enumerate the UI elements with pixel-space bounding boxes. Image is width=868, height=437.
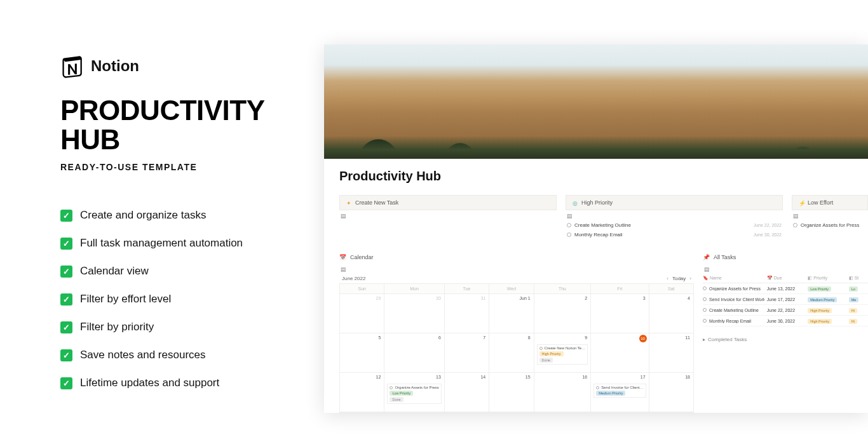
bolt-icon: ⚡ bbox=[799, 200, 804, 205]
cal-date: 31 bbox=[480, 296, 485, 300]
cal-cell[interactable]: 30 bbox=[384, 294, 444, 333]
item-date: June 30, 2022 bbox=[754, 232, 782, 237]
checkbox-icon[interactable] bbox=[703, 319, 707, 323]
cal-date: 4 bbox=[688, 296, 690, 300]
cal-cell[interactable]: 13 Organize Assets for Press Low Priorit… bbox=[384, 373, 444, 412]
card-low-effort[interactable]: ⚡ Low Effort bbox=[792, 195, 868, 210]
card-label: Low Effort bbox=[808, 199, 833, 206]
cal-cell[interactable]: 5 bbox=[340, 333, 384, 373]
calendar-event[interactable]: Organize Assets for Press Low Priority D… bbox=[387, 384, 441, 404]
priority-tag: Medium Priority bbox=[808, 297, 837, 302]
cal-cell[interactable]: 12 bbox=[340, 373, 384, 412]
headline-line2: HUB bbox=[60, 124, 120, 155]
dayhead: Tue bbox=[445, 284, 489, 294]
list-item[interactable]: Organize Assets for Press bbox=[792, 220, 868, 230]
extra-tag: Hi bbox=[849, 319, 857, 324]
table-row[interactable]: Monthly Recap Email June 30, 2022 High P… bbox=[703, 316, 868, 326]
checkbox-icon[interactable] bbox=[567, 223, 571, 227]
calendar-toolbar: June 2022 ‹ Today › bbox=[339, 274, 694, 283]
checkbox-icon[interactable] bbox=[703, 308, 707, 312]
cal-cell[interactable]: 17 Send Invoice for Client… Medium Prior… bbox=[591, 373, 649, 412]
cell-name: Monthly Recap Email bbox=[709, 319, 751, 323]
checkbox-icon[interactable] bbox=[703, 297, 707, 301]
card-high-priority[interactable]: ◎ High Priority bbox=[566, 195, 783, 210]
list-item[interactable]: Create Marketing Outline June 22, 2022 bbox=[566, 220, 783, 230]
checkbox-icon[interactable] bbox=[703, 286, 707, 290]
dayhead: Wed bbox=[489, 284, 534, 294]
cal-date: 18 bbox=[685, 375, 690, 379]
cal-cell[interactable]: 6 bbox=[384, 333, 444, 373]
cal-cell[interactable]: 31 bbox=[445, 294, 489, 333]
main-row: 📅 Calendar ▤ June 2022 ‹ Today › Sun Mon… bbox=[339, 251, 868, 413]
brand-name: Notion bbox=[91, 57, 139, 75]
notion-page: Productivity Hub ✦ Create New Task ▤ ◎ H… bbox=[324, 159, 868, 413]
cal-date: 11 bbox=[685, 335, 690, 340]
table-header: 🔖 Name 📅 Due ◧ Priority ◧ St bbox=[703, 274, 868, 283]
checkbox-icon[interactable] bbox=[567, 232, 571, 237]
cal-date: 16 bbox=[582, 375, 587, 379]
cal-cell[interactable]: 15 bbox=[489, 373, 534, 412]
cal-cell[interactable]: 16 bbox=[534, 373, 592, 412]
extra-tag: Hi bbox=[849, 308, 857, 313]
cal-cell[interactable]: 29 bbox=[340, 294, 384, 333]
calendar-block: 📅 Calendar ▤ June 2022 ‹ Today › Sun Mon… bbox=[339, 251, 694, 413]
today-button[interactable]: Today bbox=[672, 276, 686, 281]
view-icon: ▤ bbox=[703, 264, 868, 274]
cal-cell[interactable]: 9 Create New Notion Te… High Priority Do… bbox=[534, 333, 592, 373]
cal-date: 2 bbox=[585, 296, 587, 300]
card-create-task[interactable]: ✦ Create New Task bbox=[339, 195, 557, 210]
cal-cell[interactable]: 4 bbox=[649, 294, 694, 333]
cal-date: 8 bbox=[528, 335, 531, 340]
cal-cell[interactable]: Jun 1 bbox=[489, 294, 534, 333]
cell-name: Organize Assets for Press bbox=[709, 286, 761, 291]
cal-cell[interactable]: 3 bbox=[591, 294, 649, 333]
calendar-month: June 2022 bbox=[342, 276, 365, 281]
calendar-grid: Sun Mon Tue Wed Thu Fri Sat 29 30 31 Jun… bbox=[339, 283, 694, 413]
cal-date: 12 bbox=[376, 375, 381, 379]
template-screenshot: Productivity Hub ✦ Create New Task ▤ ◎ H… bbox=[324, 44, 868, 413]
list-item[interactable]: Monthly Recap Email June 30, 2022 bbox=[566, 230, 783, 239]
table-row[interactable]: Organize Assets for Press June 13, 2022 … bbox=[703, 283, 868, 294]
priority-tag: High Priority bbox=[808, 308, 832, 313]
cal-cell[interactable]: 18 bbox=[649, 373, 694, 412]
cal-date: 9 bbox=[585, 335, 587, 340]
view-icon: ▤ bbox=[339, 264, 694, 274]
cal-date: 7 bbox=[483, 335, 485, 340]
cal-cell[interactable]: 8 bbox=[489, 333, 534, 373]
headline-line1: PRODUCTIVITY bbox=[60, 95, 265, 126]
view-icon: ▤ bbox=[339, 210, 557, 220]
next-icon[interactable]: › bbox=[689, 276, 691, 281]
table-row[interactable]: Create Marketing Outline June 22, 2022 H… bbox=[703, 305, 868, 316]
priority-tag: Medium Priority bbox=[596, 391, 625, 396]
cal-cell[interactable]: 7 bbox=[445, 333, 489, 373]
cell-due: June 13, 2022 bbox=[767, 286, 806, 291]
cal-cell[interactable]: 2 bbox=[534, 294, 592, 333]
cal-cell[interactable]: 11 bbox=[649, 333, 694, 373]
completed-label: Completed Tasks bbox=[708, 337, 747, 342]
cal-cell[interactable]: 14 bbox=[445, 373, 489, 412]
feature-item: ✓Calendar view bbox=[60, 265, 286, 278]
notion-logo-icon bbox=[60, 54, 85, 78]
prev-icon[interactable]: ‹ bbox=[667, 276, 668, 281]
col-low-effort: ⚡ Low Effort ▤ Organize Assets for Press bbox=[792, 195, 868, 239]
checkbox-icon[interactable] bbox=[793, 223, 797, 227]
check-icon: ✓ bbox=[60, 377, 72, 389]
calendar-event[interactable]: Create New Notion Te… High Priority Done bbox=[537, 344, 588, 365]
cal-date: 6 bbox=[438, 335, 441, 340]
check-icon: ✓ bbox=[60, 210, 72, 222]
feature-label: Save notes and resources bbox=[80, 349, 206, 361]
item-date: June 22, 2022 bbox=[754, 223, 782, 227]
priority-tag: Low Priority bbox=[808, 286, 831, 292]
cell-due: June 17, 2022 bbox=[767, 297, 806, 302]
completed-toggle[interactable]: ▸ Completed Tasks bbox=[703, 337, 868, 342]
calendar-event[interactable]: Send Invoice for Client… Medium Priority bbox=[593, 384, 646, 398]
cal-date: 30 bbox=[436, 296, 441, 300]
cal-date: 29 bbox=[376, 296, 381, 300]
cell-name: Create Marketing Outline bbox=[709, 308, 759, 313]
cal-cell[interactable]: 10 bbox=[591, 333, 649, 373]
table-row[interactable]: Send Invoice for Client Work June 17, 20… bbox=[703, 294, 868, 305]
pin-icon: 📌 bbox=[703, 254, 710, 260]
all-tasks-block: 📌 All Tasks ▤ 🔖 Name 📅 Due ◧ Priority ◧ … bbox=[703, 251, 868, 413]
feature-item: ✓Save notes and resources bbox=[60, 349, 286, 361]
col-high-priority: ◎ High Priority ▤ Create Marketing Outli… bbox=[566, 195, 783, 239]
